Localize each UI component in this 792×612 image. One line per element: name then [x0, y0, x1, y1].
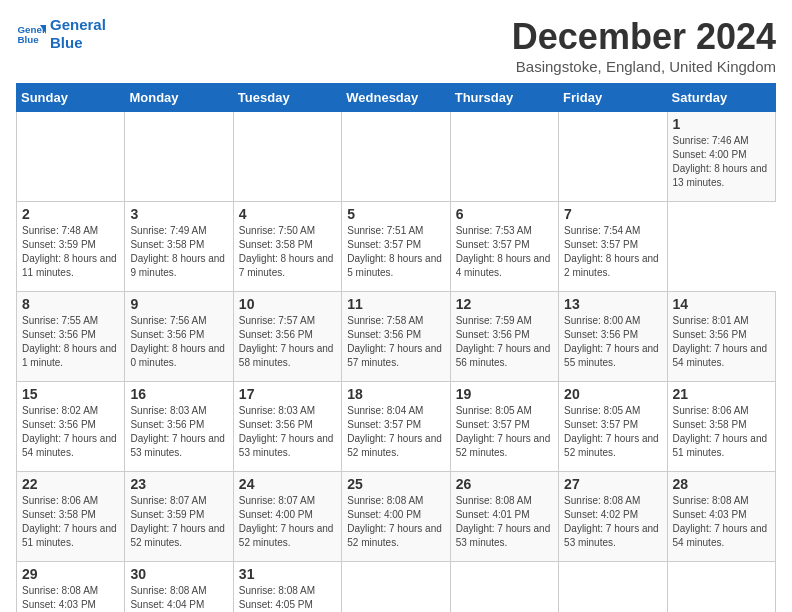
day-cell: 17Sunrise: 8:03 AMSunset: 3:56 PMDayligh… [233, 382, 341, 472]
day-number: 19 [456, 386, 553, 402]
day-cell: 6Sunrise: 7:53 AMSunset: 3:57 PMDaylight… [450, 202, 558, 292]
day-number: 12 [456, 296, 553, 312]
header-monday: Monday [125, 84, 233, 112]
day-info: Sunrise: 8:00 AMSunset: 3:56 PMDaylight:… [564, 314, 661, 370]
day-info: Sunrise: 7:48 AMSunset: 3:59 PMDaylight:… [22, 224, 119, 280]
day-cell: 2Sunrise: 7:48 AMSunset: 3:59 PMDaylight… [17, 202, 125, 292]
day-number: 3 [130, 206, 227, 222]
day-number: 28 [673, 476, 770, 492]
day-info: Sunrise: 8:08 AMSunset: 4:05 PMDaylight:… [239, 584, 336, 612]
calendar-week-row: 22Sunrise: 8:06 AMSunset: 3:58 PMDayligh… [17, 472, 776, 562]
logo-icon: General Blue [16, 19, 46, 49]
empty-cell [125, 112, 233, 202]
title-block: December 2024 Basingstoke, England, Unit… [512, 16, 776, 75]
day-number: 17 [239, 386, 336, 402]
day-info: Sunrise: 8:03 AMSunset: 3:56 PMDaylight:… [130, 404, 227, 460]
day-number: 1 [673, 116, 770, 132]
day-number: 15 [22, 386, 119, 402]
day-number: 10 [239, 296, 336, 312]
calendar-title: December 2024 [512, 16, 776, 58]
day-cell: 19Sunrise: 8:05 AMSunset: 3:57 PMDayligh… [450, 382, 558, 472]
day-info: Sunrise: 8:01 AMSunset: 3:56 PMDaylight:… [673, 314, 770, 370]
day-info: Sunrise: 8:07 AMSunset: 3:59 PMDaylight:… [130, 494, 227, 550]
empty-cell [559, 562, 667, 613]
day-info: Sunrise: 7:51 AMSunset: 3:57 PMDaylight:… [347, 224, 444, 280]
header-wednesday: Wednesday [342, 84, 450, 112]
empty-cell [233, 112, 341, 202]
day-cell: 8Sunrise: 7:55 AMSunset: 3:56 PMDaylight… [17, 292, 125, 382]
header-friday: Friday [559, 84, 667, 112]
day-cell: 10Sunrise: 7:57 AMSunset: 3:56 PMDayligh… [233, 292, 341, 382]
day-info: Sunrise: 8:05 AMSunset: 3:57 PMDaylight:… [564, 404, 661, 460]
day-info: Sunrise: 8:06 AMSunset: 3:58 PMDaylight:… [673, 404, 770, 460]
day-cell: 31Sunrise: 8:08 AMSunset: 4:05 PMDayligh… [233, 562, 341, 613]
day-number: 13 [564, 296, 661, 312]
empty-cell [559, 112, 667, 202]
day-info: Sunrise: 8:08 AMSunset: 4:00 PMDaylight:… [347, 494, 444, 550]
logo-blue: Blue [50, 34, 106, 52]
svg-text:Blue: Blue [18, 34, 40, 45]
day-cell: 4Sunrise: 7:50 AMSunset: 3:58 PMDaylight… [233, 202, 341, 292]
calendar-week-row: 8Sunrise: 7:55 AMSunset: 3:56 PMDaylight… [17, 292, 776, 382]
day-cell: 25Sunrise: 8:08 AMSunset: 4:00 PMDayligh… [342, 472, 450, 562]
day-cell: 21Sunrise: 8:06 AMSunset: 3:58 PMDayligh… [667, 382, 775, 472]
empty-cell [17, 112, 125, 202]
day-info: Sunrise: 8:08 AMSunset: 4:01 PMDaylight:… [456, 494, 553, 550]
day-info: Sunrise: 8:08 AMSunset: 4:04 PMDaylight:… [130, 584, 227, 612]
calendar-subtitle: Basingstoke, England, United Kingdom [512, 58, 776, 75]
empty-cell [342, 562, 450, 613]
day-number: 6 [456, 206, 553, 222]
empty-cell [450, 112, 558, 202]
day-cell: 15Sunrise: 8:02 AMSunset: 3:56 PMDayligh… [17, 382, 125, 472]
day-number: 26 [456, 476, 553, 492]
day-cell: 7Sunrise: 7:54 AMSunset: 3:57 PMDaylight… [559, 202, 667, 292]
empty-cell [342, 112, 450, 202]
day-info: Sunrise: 7:53 AMSunset: 3:57 PMDaylight:… [456, 224, 553, 280]
calendar-week-row: 15Sunrise: 8:02 AMSunset: 3:56 PMDayligh… [17, 382, 776, 472]
day-info: Sunrise: 8:02 AMSunset: 3:56 PMDaylight:… [22, 404, 119, 460]
day-cell: 27Sunrise: 8:08 AMSunset: 4:02 PMDayligh… [559, 472, 667, 562]
header-row: Sunday Monday Tuesday Wednesday Thursday… [17, 84, 776, 112]
day-number: 20 [564, 386, 661, 402]
day-number: 8 [22, 296, 119, 312]
empty-cell [667, 562, 775, 613]
day-info: Sunrise: 8:08 AMSunset: 4:03 PMDaylight:… [673, 494, 770, 550]
header-thursday: Thursday [450, 84, 558, 112]
day-info: Sunrise: 8:07 AMSunset: 4:00 PMDaylight:… [239, 494, 336, 550]
day-number: 7 [564, 206, 661, 222]
day-number: 4 [239, 206, 336, 222]
day-cell: 24Sunrise: 8:07 AMSunset: 4:00 PMDayligh… [233, 472, 341, 562]
calendar-week-row: 29Sunrise: 8:08 AMSunset: 4:03 PMDayligh… [17, 562, 776, 613]
day-number: 30 [130, 566, 227, 582]
day-cell: 14Sunrise: 8:01 AMSunset: 3:56 PMDayligh… [667, 292, 775, 382]
day-cell: 20Sunrise: 8:05 AMSunset: 3:57 PMDayligh… [559, 382, 667, 472]
header-sunday: Sunday [17, 84, 125, 112]
day-number: 21 [673, 386, 770, 402]
calendar-week-row: 2Sunrise: 7:48 AMSunset: 3:59 PMDaylight… [17, 202, 776, 292]
day-cell: 11Sunrise: 7:58 AMSunset: 3:56 PMDayligh… [342, 292, 450, 382]
day-info: Sunrise: 8:04 AMSunset: 3:57 PMDaylight:… [347, 404, 444, 460]
calendar-table: Sunday Monday Tuesday Wednesday Thursday… [16, 83, 776, 612]
header-saturday: Saturday [667, 84, 775, 112]
day-number: 2 [22, 206, 119, 222]
day-number: 31 [239, 566, 336, 582]
day-cell: 13Sunrise: 8:00 AMSunset: 3:56 PMDayligh… [559, 292, 667, 382]
day-cell: 26Sunrise: 8:08 AMSunset: 4:01 PMDayligh… [450, 472, 558, 562]
day-info: Sunrise: 7:54 AMSunset: 3:57 PMDaylight:… [564, 224, 661, 280]
logo: General Blue General Blue [16, 16, 106, 52]
day-cell: 29Sunrise: 8:08 AMSunset: 4:03 PMDayligh… [17, 562, 125, 613]
day-number: 14 [673, 296, 770, 312]
day-cell: 23Sunrise: 8:07 AMSunset: 3:59 PMDayligh… [125, 472, 233, 562]
day-info: Sunrise: 7:50 AMSunset: 3:58 PMDaylight:… [239, 224, 336, 280]
day-cell: 16Sunrise: 8:03 AMSunset: 3:56 PMDayligh… [125, 382, 233, 472]
day-number: 24 [239, 476, 336, 492]
day-number: 11 [347, 296, 444, 312]
day-info: Sunrise: 8:05 AMSunset: 3:57 PMDaylight:… [456, 404, 553, 460]
day-cell: 28Sunrise: 8:08 AMSunset: 4:03 PMDayligh… [667, 472, 775, 562]
day-number: 25 [347, 476, 444, 492]
logo-general: General [50, 16, 106, 34]
day-cell: 3Sunrise: 7:49 AMSunset: 3:58 PMDaylight… [125, 202, 233, 292]
day-cell: 30Sunrise: 8:08 AMSunset: 4:04 PMDayligh… [125, 562, 233, 613]
day-number: 29 [22, 566, 119, 582]
day-number: 9 [130, 296, 227, 312]
